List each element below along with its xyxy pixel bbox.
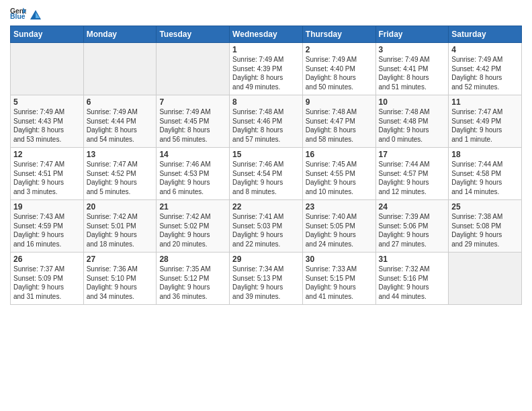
day-info: Sunrise: 7:47 AM Sunset: 4:51 PM Dayligh… bbox=[13, 160, 81, 196]
day-info: Sunrise: 7:36 AM Sunset: 5:10 PM Dayligh… bbox=[87, 265, 154, 301]
calendar-cell: 10Sunrise: 7:48 AM Sunset: 4:48 PM Dayli… bbox=[375, 95, 449, 148]
calendar-week-row: 26Sunrise: 7:37 AM Sunset: 5:09 PM Dayli… bbox=[11, 253, 522, 305]
day-info: Sunrise: 7:48 AM Sunset: 4:47 PM Dayligh… bbox=[306, 107, 373, 144]
day-info: Sunrise: 7:44 AM Sunset: 4:58 PM Dayligh… bbox=[451, 160, 519, 196]
header: General Blue bbox=[10, 7, 522, 20]
calendar-cell: 16Sunrise: 7:45 AM Sunset: 4:55 PM Dayli… bbox=[302, 148, 375, 200]
calendar-cell: 23Sunrise: 7:40 AM Sunset: 5:05 PM Dayli… bbox=[302, 200, 375, 253]
weekday-header-row: SundayMondayTuesdayWednesdayThursdayFrid… bbox=[11, 26, 522, 43]
calendar-cell: 29Sunrise: 7:34 AM Sunset: 5:13 PM Dayli… bbox=[230, 253, 303, 305]
day-info: Sunrise: 7:39 AM Sunset: 5:06 PM Dayligh… bbox=[379, 212, 446, 248]
weekday-header-monday: Monday bbox=[83, 26, 157, 43]
day-info: Sunrise: 7:42 AM Sunset: 5:02 PM Dayligh… bbox=[159, 212, 226, 248]
weekday-header-friday: Friday bbox=[375, 26, 449, 43]
day-number: 22 bbox=[232, 202, 300, 212]
calendar-cell bbox=[449, 253, 522, 305]
day-number: 11 bbox=[451, 97, 519, 107]
day-number: 12 bbox=[13, 150, 81, 159]
calendar-cell: 4Sunrise: 7:49 AM Sunset: 4:42 PM Daylig… bbox=[449, 43, 522, 95]
day-info: Sunrise: 7:41 AM Sunset: 5:03 PM Dayligh… bbox=[232, 212, 300, 248]
calendar-cell: 3Sunrise: 7:49 AM Sunset: 4:41 PM Daylig… bbox=[375, 43, 449, 95]
day-info: Sunrise: 7:49 AM Sunset: 4:44 PM Dayligh… bbox=[87, 107, 154, 144]
day-number: 23 bbox=[306, 202, 373, 212]
day-number: 24 bbox=[379, 202, 446, 212]
day-number: 15 bbox=[232, 150, 300, 159]
day-number: 4 bbox=[451, 45, 519, 54]
calendar-cell: 12Sunrise: 7:47 AM Sunset: 4:51 PM Dayli… bbox=[11, 148, 84, 200]
calendar-cell: 14Sunrise: 7:46 AM Sunset: 4:53 PM Dayli… bbox=[157, 148, 230, 200]
calendar-cell: 25Sunrise: 7:38 AM Sunset: 5:08 PM Dayli… bbox=[449, 200, 522, 253]
calendar-cell: 1Sunrise: 7:49 AM Sunset: 4:39 PM Daylig… bbox=[230, 43, 303, 95]
calendar-table: SundayMondayTuesdayWednesdayThursdayFrid… bbox=[10, 26, 522, 305]
logo: General Blue bbox=[10, 7, 42, 20]
day-number: 19 bbox=[13, 202, 81, 212]
day-info: Sunrise: 7:45 AM Sunset: 4:55 PM Dayligh… bbox=[306, 160, 373, 196]
day-info: Sunrise: 7:38 AM Sunset: 5:08 PM Dayligh… bbox=[451, 212, 519, 248]
weekday-header-saturday: Saturday bbox=[449, 26, 522, 43]
calendar-week-row: 19Sunrise: 7:43 AM Sunset: 4:59 PM Dayli… bbox=[11, 200, 522, 253]
main-container: General Blue bbox=[0, 0, 532, 308]
day-number: 14 bbox=[159, 150, 226, 159]
weekday-header-sunday: Sunday bbox=[11, 26, 84, 43]
day-info: Sunrise: 7:48 AM Sunset: 4:48 PM Dayligh… bbox=[379, 107, 446, 144]
calendar-cell: 13Sunrise: 7:47 AM Sunset: 4:52 PM Dayli… bbox=[83, 148, 157, 200]
day-number: 31 bbox=[379, 255, 446, 264]
day-info: Sunrise: 7:42 AM Sunset: 5:01 PM Dayligh… bbox=[87, 212, 154, 248]
calendar-cell: 15Sunrise: 7:46 AM Sunset: 4:54 PM Dayli… bbox=[230, 148, 303, 200]
day-info: Sunrise: 7:47 AM Sunset: 4:49 PM Dayligh… bbox=[451, 107, 519, 144]
day-info: Sunrise: 7:44 AM Sunset: 4:57 PM Dayligh… bbox=[379, 160, 446, 196]
calendar-cell: 8Sunrise: 7:48 AM Sunset: 4:46 PM Daylig… bbox=[230, 95, 303, 148]
day-number: 16 bbox=[306, 150, 373, 159]
calendar-cell: 5Sunrise: 7:49 AM Sunset: 4:43 PM Daylig… bbox=[11, 95, 84, 148]
day-info: Sunrise: 7:34 AM Sunset: 5:13 PM Dayligh… bbox=[232, 265, 300, 301]
calendar-week-row: 12Sunrise: 7:47 AM Sunset: 4:51 PM Dayli… bbox=[11, 148, 522, 200]
day-number: 25 bbox=[451, 202, 519, 212]
calendar-cell: 2Sunrise: 7:49 AM Sunset: 4:40 PM Daylig… bbox=[302, 43, 375, 95]
day-info: Sunrise: 7:40 AM Sunset: 5:05 PM Dayligh… bbox=[306, 212, 373, 248]
day-number: 3 bbox=[379, 45, 446, 54]
day-number: 13 bbox=[87, 150, 154, 159]
day-number: 30 bbox=[306, 255, 373, 264]
day-info: Sunrise: 7:32 AM Sunset: 5:16 PM Dayligh… bbox=[379, 265, 446, 301]
calendar-cell: 9Sunrise: 7:48 AM Sunset: 4:47 PM Daylig… bbox=[302, 95, 375, 148]
calendar-cell bbox=[83, 43, 157, 95]
day-number: 27 bbox=[87, 255, 154, 264]
day-info: Sunrise: 7:49 AM Sunset: 4:39 PM Dayligh… bbox=[232, 55, 300, 91]
day-number: 20 bbox=[87, 202, 154, 212]
day-number: 2 bbox=[306, 45, 373, 54]
day-info: Sunrise: 7:43 AM Sunset: 4:59 PM Dayligh… bbox=[13, 212, 81, 248]
calendar-week-row: 5Sunrise: 7:49 AM Sunset: 4:43 PM Daylig… bbox=[11, 95, 522, 148]
calendar-cell: 24Sunrise: 7:39 AM Sunset: 5:06 PM Dayli… bbox=[375, 200, 449, 253]
logo-text bbox=[29, 9, 42, 17]
day-info: Sunrise: 7:48 AM Sunset: 4:46 PM Dayligh… bbox=[232, 107, 300, 144]
weekday-header-tuesday: Tuesday bbox=[157, 26, 230, 43]
day-number: 21 bbox=[159, 202, 226, 212]
day-number: 5 bbox=[13, 97, 81, 107]
calendar-cell: 22Sunrise: 7:41 AM Sunset: 5:03 PM Dayli… bbox=[230, 200, 303, 253]
calendar-cell: 31Sunrise: 7:32 AM Sunset: 5:16 PM Dayli… bbox=[375, 253, 449, 305]
day-info: Sunrise: 7:35 AM Sunset: 5:12 PM Dayligh… bbox=[159, 265, 226, 301]
weekday-header-thursday: Thursday bbox=[302, 26, 375, 43]
day-number: 18 bbox=[451, 150, 519, 159]
day-number: 6 bbox=[87, 97, 154, 107]
day-info: Sunrise: 7:37 AM Sunset: 5:09 PM Dayligh… bbox=[13, 265, 81, 301]
calendar-cell: 19Sunrise: 7:43 AM Sunset: 4:59 PM Dayli… bbox=[11, 200, 84, 253]
logo-triangle-icon bbox=[30, 9, 42, 20]
calendar-cell: 7Sunrise: 7:49 AM Sunset: 4:45 PM Daylig… bbox=[157, 95, 230, 148]
day-info: Sunrise: 7:46 AM Sunset: 4:53 PM Dayligh… bbox=[159, 160, 226, 196]
day-number: 10 bbox=[379, 97, 446, 107]
calendar-week-row: 1Sunrise: 7:49 AM Sunset: 4:39 PM Daylig… bbox=[11, 43, 522, 95]
logo-icon: General Blue bbox=[10, 7, 26, 20]
day-info: Sunrise: 7:49 AM Sunset: 4:41 PM Dayligh… bbox=[379, 55, 446, 91]
calendar-cell: 27Sunrise: 7:36 AM Sunset: 5:10 PM Dayli… bbox=[83, 253, 157, 305]
day-number: 26 bbox=[13, 255, 81, 264]
day-number: 7 bbox=[159, 97, 226, 107]
calendar-cell: 6Sunrise: 7:49 AM Sunset: 4:44 PM Daylig… bbox=[83, 95, 157, 148]
calendar-cell bbox=[11, 43, 84, 95]
day-number: 8 bbox=[232, 97, 300, 107]
day-info: Sunrise: 7:49 AM Sunset: 4:45 PM Dayligh… bbox=[159, 107, 226, 144]
day-number: 28 bbox=[159, 255, 226, 264]
day-number: 29 bbox=[232, 255, 300, 264]
day-info: Sunrise: 7:49 AM Sunset: 4:40 PM Dayligh… bbox=[306, 55, 373, 91]
day-info: Sunrise: 7:46 AM Sunset: 4:54 PM Dayligh… bbox=[232, 160, 300, 196]
